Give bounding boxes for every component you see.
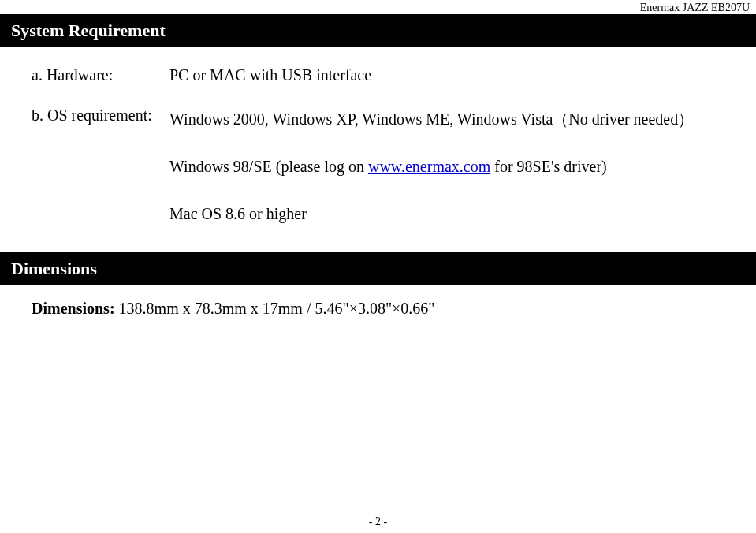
hardware-prefix: a. bbox=[32, 66, 43, 84]
hardware-label: a. Hardware: bbox=[32, 66, 169, 84]
section-title-dimensions: Dimensions bbox=[0, 252, 756, 285]
dimensions-content: Dimensions: 138.8mm x 78.3mm x 17mm / 5.… bbox=[32, 300, 435, 318]
os-line-2: Windows 98/SE (please log on www.enermax… bbox=[169, 154, 724, 179]
section-system-requirement: System Requirement bbox=[0, 14, 756, 47]
section-title-system-requirement: System Requirement bbox=[0, 14, 756, 47]
os-line-3: Mac OS 8.6 or higher bbox=[169, 201, 724, 226]
page-number: - 2 - bbox=[0, 516, 756, 528]
os-prefix: b. bbox=[32, 106, 43, 124]
os-label: b. OS requirement: bbox=[32, 106, 169, 248]
os-label-text: OS requirement: bbox=[47, 106, 152, 124]
brand-header: Enermax JAZZ EB207U bbox=[640, 2, 750, 14]
section-dimensions: Dimensions bbox=[0, 252, 756, 285]
hardware-row: a. Hardware: PC or MAC with USB interfac… bbox=[32, 66, 724, 84]
os-line-2-prefix: Windows 98/SE (please log on bbox=[169, 158, 368, 175]
enermax-link[interactable]: www.enermax.com bbox=[368, 158, 490, 175]
os-line-2-suffix: for 98SE's driver) bbox=[490, 158, 606, 175]
dimensions-value: 138.8mm x 78.3mm x 17mm / 5.46"×3.08"×0.… bbox=[119, 300, 435, 317]
hardware-label-text: Hardware: bbox=[47, 66, 113, 84]
dimensions-label: Dimensions: bbox=[32, 300, 115, 317]
system-requirement-content: a. Hardware: PC or MAC with USB interfac… bbox=[32, 55, 724, 248]
os-row: b. OS requirement: Windows 2000, Windows… bbox=[32, 106, 724, 248]
os-line-1: Windows 2000, Windows XP, Windows ME, Wi… bbox=[169, 106, 724, 132]
document-page: Enermax JAZZ EB207U System Requirement a… bbox=[0, 0, 756, 533]
hardware-value: PC or MAC with USB interface bbox=[169, 66, 724, 84]
